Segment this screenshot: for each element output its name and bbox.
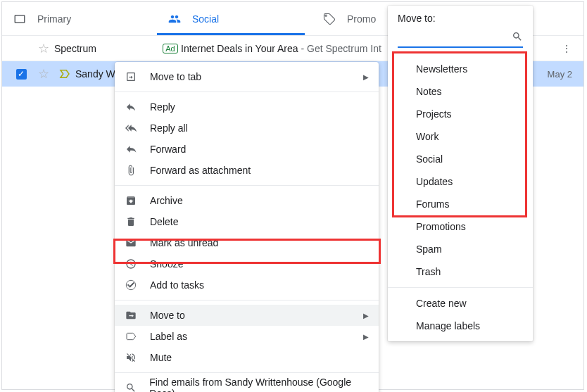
mute-icon [125, 352, 137, 363]
folder-move-icon [125, 310, 137, 321]
mail-icon [125, 237, 137, 248]
moveto-label-updates[interactable]: Updates [388, 170, 533, 193]
reply-icon [125, 101, 137, 113]
moveto-trash[interactable]: Trash [388, 260, 533, 283]
tab-promotions[interactable]: Promo [312, 2, 387, 35]
tab-promotions-label: Promo [347, 13, 376, 25]
moveto-create-new[interactable]: Create new [388, 292, 533, 315]
moveto-label-newsletters[interactable]: Newsletters [388, 58, 533, 80]
moveto-label-forums[interactable]: Forums [388, 193, 533, 215]
search-icon [512, 31, 523, 44]
move-tab-icon [125, 71, 137, 82]
moveto-label-social[interactable]: Social [388, 148, 533, 170]
moveto-title: Move to: [388, 6, 533, 27]
inbox-icon [13, 13, 26, 25]
moveto-spam[interactable]: Spam [388, 238, 533, 260]
moveto-label-projects[interactable]: Projects [388, 103, 533, 125]
trash-icon [125, 216, 137, 227]
chevron-right-icon: ▶ [363, 73, 369, 81]
menu-mute[interactable]: Mute [115, 347, 379, 368]
menu-label-as[interactable]: Label as ▶ [115, 326, 379, 347]
menu-move-to-tab[interactable]: Move to tab ▶ [115, 66, 379, 87]
importance-icon[interactable] [54, 68, 75, 80]
star-icon[interactable] [33, 41, 54, 56]
more-icon[interactable]: ⋮ [557, 43, 576, 54]
tab-primary[interactable]: Primary [2, 2, 157, 35]
chevron-right-icon: ▶ [363, 333, 369, 341]
reply-all-icon [125, 122, 137, 134]
tab-social[interactable]: Social [157, 2, 312, 35]
moveto-search[interactable] [398, 30, 523, 48]
moveto-panel: Move to: Newsletters Notes Projects Work… [388, 6, 533, 341]
moveto-label-promotions[interactable]: Promotions [388, 215, 533, 238]
ad-sender: Spectrum [54, 43, 160, 54]
clock-icon [125, 258, 137, 270]
moveto-search-input[interactable] [398, 30, 523, 46]
moveto-label-notes[interactable]: Notes [388, 80, 533, 103]
tab-primary-label: Primary [37, 13, 71, 25]
menu-forward-attachment[interactable]: Forward as attachment [115, 160, 379, 181]
search-icon [125, 382, 137, 392]
menu-add-tasks[interactable]: Add to tasks [115, 274, 379, 296]
chevron-right-icon: ▶ [363, 312, 369, 320]
context-menu: Move to tab ▶ Reply Reply all Forward Fo… [115, 62, 379, 392]
menu-move-to[interactable]: Move to ▶ [115, 305, 379, 326]
menu-reply[interactable]: Reply [115, 96, 379, 118]
star-icon[interactable] [33, 66, 54, 82]
menu-archive[interactable]: Archive [115, 190, 379, 211]
attachment-icon [125, 165, 137, 176]
menu-snooze[interactable]: Snooze [115, 253, 379, 274]
menu-forward[interactable]: Forward [115, 139, 379, 160]
tab-social-label: Social [192, 13, 219, 25]
menu-find-emails[interactable]: Find emails from Sandy Writtenhouse (Goo… [115, 377, 379, 392]
menu-delete[interactable]: Delete [115, 211, 379, 232]
archive-icon [125, 195, 137, 206]
task-icon [125, 279, 137, 291]
moveto-label-list: Newsletters Notes Projects Work Social U… [388, 55, 533, 238]
moveto-manage-labels[interactable]: Manage labels [388, 315, 533, 337]
people-icon [168, 13, 181, 25]
menu-reply-all[interactable]: Reply all [115, 118, 379, 139]
menu-mark-unread[interactable]: Mark as unread [115, 232, 379, 253]
checkbox[interactable] [9, 69, 33, 80]
tag-icon [323, 13, 336, 25]
email-date: May 2 [534, 69, 576, 80]
ad-badge: Ad [160, 44, 181, 53]
moveto-label-work[interactable]: Work [388, 125, 533, 148]
label-icon [125, 331, 137, 342]
forward-icon [125, 144, 137, 155]
